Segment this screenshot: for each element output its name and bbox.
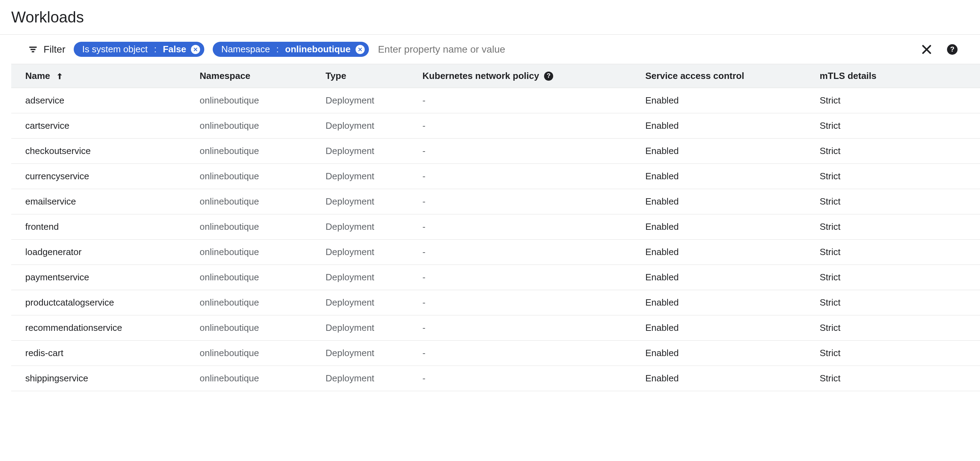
cell-type: Deployment xyxy=(312,138,409,164)
cell-namespace: onlineboutique xyxy=(186,164,312,189)
cell-namespace: onlineboutique xyxy=(186,215,312,240)
column-header-label: Name xyxy=(25,70,50,81)
cell-mtls: Strict xyxy=(805,240,980,265)
column-header-namespace[interactable]: Namespace xyxy=(186,64,312,88)
table-row[interactable]: recommendationserviceonlineboutiqueDeplo… xyxy=(11,315,980,341)
filter-chip-namespace[interactable]: Namespace : onlineboutique xyxy=(213,42,369,57)
table-row[interactable]: cartserviceonlineboutiqueDeployment-Enab… xyxy=(11,113,980,138)
chip-remove-icon[interactable] xyxy=(191,45,200,54)
cell-mtls: Strict xyxy=(805,341,980,366)
chip-remove-icon[interactable] xyxy=(356,45,365,54)
cell-knp: - xyxy=(409,366,632,391)
filter-icon xyxy=(28,45,38,54)
cell-mtls: Strict xyxy=(805,215,980,240)
filter-input[interactable] xyxy=(377,43,912,56)
table-row[interactable]: frontendonlineboutiqueDeployment-Enabled… xyxy=(11,215,980,240)
column-header-label: Service access control xyxy=(645,70,744,81)
svg-rect-1 xyxy=(30,49,35,50)
table-row[interactable]: shippingserviceonlineboutiqueDeployment-… xyxy=(11,366,980,391)
cell-namespace: onlineboutique xyxy=(186,138,312,164)
cell-mtls: Strict xyxy=(805,290,980,315)
cell-namespace: onlineboutique xyxy=(186,265,312,290)
cell-type: Deployment xyxy=(312,189,409,215)
table-row[interactable]: redis-cartonlineboutiqueDeployment-Enabl… xyxy=(11,341,980,366)
cell-namespace: onlineboutique xyxy=(186,240,312,265)
cell-namespace: onlineboutique xyxy=(186,315,312,341)
cell-sac: Enabled xyxy=(631,240,805,265)
filter-label: Filter xyxy=(43,44,65,55)
cell-sac: Enabled xyxy=(631,215,805,240)
table-row[interactable]: loadgeneratoronlineboutiqueDeployment-En… xyxy=(11,240,980,265)
cell-name: loadgenerator xyxy=(11,240,186,265)
sort-ascending-icon xyxy=(55,72,64,81)
filter-actions: ? xyxy=(920,43,969,56)
cell-sac: Enabled xyxy=(631,315,805,341)
chip-key: Is system object xyxy=(82,44,148,55)
cell-namespace: onlineboutique xyxy=(186,189,312,215)
help-icon[interactable]: ? xyxy=(947,44,958,55)
cell-mtls: Strict xyxy=(805,189,980,215)
workloads-page: Workloads Filter Is system object : Fals… xyxy=(0,0,980,461)
column-header-name[interactable]: Name xyxy=(11,64,186,88)
cell-type: Deployment xyxy=(312,341,409,366)
cell-name: paymentservice xyxy=(11,265,186,290)
table-row[interactable]: emailserviceonlineboutiqueDeployment-Ena… xyxy=(11,189,980,215)
table-row[interactable]: paymentserviceonlineboutiqueDeployment-E… xyxy=(11,265,980,290)
cell-type: Deployment xyxy=(312,88,409,113)
cell-type: Deployment xyxy=(312,164,409,189)
cell-type: Deployment xyxy=(312,113,409,138)
table-row[interactable]: productcatalogserviceonlineboutiqueDeplo… xyxy=(11,290,980,315)
column-header-label: Kubernetes network policy xyxy=(423,70,539,81)
clear-all-icon[interactable] xyxy=(920,43,933,56)
cell-type: Deployment xyxy=(312,290,409,315)
cell-name: cartservice xyxy=(11,113,186,138)
cell-name: shippingservice xyxy=(11,366,186,391)
cell-namespace: onlineboutique xyxy=(186,341,312,366)
cell-sac: Enabled xyxy=(631,366,805,391)
cell-namespace: onlineboutique xyxy=(186,113,312,138)
table-row[interactable]: checkoutserviceonlineboutiqueDeployment-… xyxy=(11,138,980,164)
cell-sac: Enabled xyxy=(631,164,805,189)
cell-namespace: onlineboutique xyxy=(186,366,312,391)
cell-sac: Enabled xyxy=(631,88,805,113)
chip-key: Namespace xyxy=(221,44,270,55)
cell-type: Deployment xyxy=(312,215,409,240)
cell-name: checkoutservice xyxy=(11,138,186,164)
cell-sac: Enabled xyxy=(631,113,805,138)
cell-knp: - xyxy=(409,164,632,189)
filter-chip-is-system-object[interactable]: Is system object : False xyxy=(74,42,204,57)
column-header-type[interactable]: Type xyxy=(312,64,409,88)
cell-namespace: onlineboutique xyxy=(186,290,312,315)
cell-sac: Enabled xyxy=(631,138,805,164)
column-header-knp[interactable]: Kubernetes network policy ? xyxy=(409,64,632,88)
cell-knp: - xyxy=(409,113,632,138)
column-header-mtls[interactable]: mTLS details xyxy=(805,64,980,88)
cell-name: adservice xyxy=(11,88,186,113)
cell-knp: - xyxy=(409,315,632,341)
cell-knp: - xyxy=(409,341,632,366)
cell-knp: - xyxy=(409,189,632,215)
cell-mtls: Strict xyxy=(805,113,980,138)
cell-mtls: Strict xyxy=(805,88,980,113)
cell-name: productcatalogservice xyxy=(11,290,186,315)
cell-mtls: Strict xyxy=(805,366,980,391)
column-header-label: mTLS details xyxy=(819,70,877,81)
cell-mtls: Strict xyxy=(805,315,980,341)
filter-control[interactable]: Filter xyxy=(28,44,65,55)
chip-separator: : xyxy=(275,44,280,55)
column-header-sac[interactable]: Service access control xyxy=(631,64,805,88)
cell-name: redis-cart xyxy=(11,341,186,366)
chip-value: False xyxy=(163,44,186,55)
table-row[interactable]: currencyserviceonlineboutiqueDeployment-… xyxy=(11,164,980,189)
cell-sac: Enabled xyxy=(631,341,805,366)
cell-sac: Enabled xyxy=(631,265,805,290)
cell-sac: Enabled xyxy=(631,290,805,315)
svg-rect-2 xyxy=(32,51,34,52)
cell-namespace: onlineboutique xyxy=(186,88,312,113)
table-row[interactable]: adserviceonlineboutiqueDeployment-Enable… xyxy=(11,88,980,113)
cell-knp: - xyxy=(409,265,632,290)
help-icon[interactable]: ? xyxy=(544,72,553,81)
cell-name: frontend xyxy=(11,215,186,240)
cell-type: Deployment xyxy=(312,315,409,341)
cell-knp: - xyxy=(409,240,632,265)
